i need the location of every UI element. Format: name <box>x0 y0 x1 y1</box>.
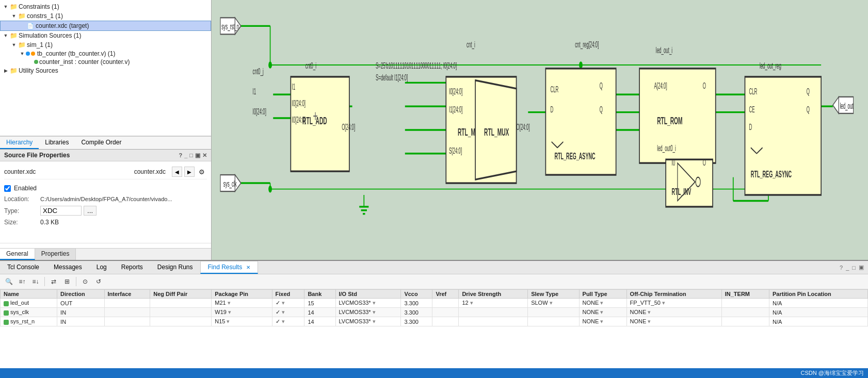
sfp-tab-general[interactable]: General <box>0 249 35 260</box>
cell-io-std: LVCMOS33* ▾ <box>335 308 401 317</box>
tab-log[interactable]: Log <box>89 261 114 274</box>
sfp-restore-icon[interactable]: □ <box>189 152 193 158</box>
tree-utility-sources[interactable]: ▶ 📁 Utility Sources <box>0 66 211 75</box>
fixed-dropdown[interactable]: ▾ <box>280 300 285 306</box>
cell-package-pin: W19 ▾ <box>212 308 272 317</box>
sfp-gear-btn[interactable]: ⚙ <box>197 167 207 177</box>
cell-partition: N/A <box>769 308 868 317</box>
package-pin-dropdown[interactable]: ▾ <box>226 300 231 306</box>
io-std-dropdown[interactable]: ▾ <box>371 300 376 306</box>
svg-text:led_out_reg: led_out_reg <box>760 61 781 71</box>
drive-strength-dropdown[interactable]: ▾ <box>469 300 473 306</box>
counter-inst-label: counter_inst : counter (counter.v) <box>39 58 130 65</box>
tree-sim1[interactable]: ▼ 📁 sim_1 (1) <box>0 40 211 50</box>
sfp-section: Source File Properties ? _ □ ▣ ✕ counter… <box>0 149 211 260</box>
bottom-help-icon[interactable]: ? <box>840 265 843 271</box>
package-pin-dropdown[interactable]: ▾ <box>227 309 231 315</box>
bottom-maximize-icon[interactable]: ▣ <box>859 264 864 271</box>
cell-interface <box>104 299 150 308</box>
col-off-chip: Off-Chip Termination <box>626 290 721 299</box>
svg-text:S[24:0]: S[24:0] <box>449 146 462 156</box>
svg-text:CLR: CLR <box>749 87 757 96</box>
io-std-dropdown[interactable]: ▾ <box>371 309 376 315</box>
bottom-restore-icon[interactable]: □ <box>852 265 856 271</box>
sfp-maximize-icon[interactable]: ▣ <box>195 152 200 159</box>
svg-point-30 <box>579 61 583 69</box>
sfp-close-icon[interactable]: ✕ <box>202 152 207 159</box>
cell-in-term <box>721 299 769 308</box>
schematic-area[interactable]: sys_rst_n sys_clk led_out RTL_ADD + I1 I… <box>212 0 868 260</box>
table-row[interactable]: sys_rst_nINN15 ▾✓ ▾14LVCMOS33* ▾3.300NON… <box>1 317 868 326</box>
package-pin-dropdown[interactable]: ▾ <box>225 318 230 324</box>
tab-reports[interactable]: Reports <box>114 261 150 274</box>
table-row[interactable]: led_outOUTM21 ▾✓ ▾15LVCMOS33* ▾3.30012 ▾… <box>1 299 868 308</box>
sfp-help-icon[interactable]: ? <box>179 152 182 158</box>
find-results-close[interactable]: ✕ <box>246 265 250 270</box>
sfp-scrollbar[interactable] <box>0 243 211 248</box>
tree-constrs1[interactable]: ▼ 📁 constrs_1 (1) <box>0 11 211 21</box>
tab-find-results[interactable]: Find Results ✕ <box>200 261 258 274</box>
svg-text:I0[24:0]: I0[24:0] <box>253 107 266 117</box>
cell-neg-diff <box>150 299 212 308</box>
bottom-tab-list: Tcl Console Messages Log Reports Design … <box>0 261 258 274</box>
swap-btn[interactable]: ⇄ <box>48 276 59 287</box>
tab-libraries[interactable]: Libraries <box>39 137 75 149</box>
cell-pull-type: NONE ▾ <box>579 317 626 326</box>
tree-tb-counter[interactable]: ▼ tb_counter (tb_counter.v) (1) <box>0 50 211 58</box>
cell-vref <box>432 308 459 317</box>
fixed-dropdown[interactable]: ▾ <box>280 318 285 324</box>
tab-compile-order[interactable]: Compile Order <box>75 137 127 149</box>
cell-vref <box>432 299 459 308</box>
grid-btn[interactable]: ⊞ <box>61 276 73 287</box>
toggle-xdc <box>19 22 26 29</box>
search-btn[interactable]: 🔍 <box>3 276 14 287</box>
svg-text:+: + <box>313 107 317 125</box>
sfp-type-input[interactable] <box>40 206 82 216</box>
toggle-tb-counter[interactable]: ▼ <box>19 50 26 57</box>
sfp-back-btn[interactable]: ◀ <box>172 167 182 177</box>
bottom-minimize-icon[interactable]: _ <box>846 265 849 271</box>
tree-sim-sources[interactable]: ▼ 📁 Simulation Sources (1) <box>0 31 211 40</box>
sfp-enabled-checkbox[interactable] <box>4 185 11 192</box>
filter-up-btn[interactable]: ≡↑ <box>17 276 28 287</box>
toggle-sim-sources[interactable]: ▼ <box>2 32 9 39</box>
target-btn[interactable]: ⊙ <box>79 276 91 287</box>
sfp-dots-btn[interactable]: ... <box>84 206 97 216</box>
slew-type-dropdown[interactable]: ▾ <box>548 300 553 306</box>
tree-constraints[interactable]: ▼ 📁 Constraints (1) <box>0 2 211 11</box>
sfp-location-label: Location: <box>4 195 40 203</box>
sfp-forward-btn[interactable]: ▶ <box>184 167 195 177</box>
col-direction: Direction <box>57 290 104 299</box>
fixed-dropdown[interactable]: ▾ <box>280 309 285 315</box>
off-chip-dropdown[interactable]: ▾ <box>646 309 651 315</box>
cell-slew-type: SLOW ▾ <box>528 299 579 308</box>
filter-down-btn[interactable]: ≡↓ <box>30 276 41 287</box>
tree-counter-inst[interactable]: counter_inst : counter (counter.v) <box>0 58 211 66</box>
table-row[interactable]: sys_clkINW19 ▾✓ ▾14LVCMOS33* ▾3.300NONE … <box>1 308 868 317</box>
off-chip-dropdown[interactable]: ▾ <box>661 300 665 306</box>
svg-text:sys_clk: sys_clk <box>223 179 237 189</box>
toggle-constraints[interactable]: ▼ <box>2 3 9 10</box>
svg-text:I1: I1 <box>253 87 256 96</box>
tree-counter-xdc[interactable]: 📄 counter.xdc (target) <box>0 21 211 31</box>
tab-design-runs[interactable]: Design Runs <box>150 261 200 274</box>
pull-type-dropdown[interactable]: ▾ <box>599 300 603 306</box>
toggle-sim1[interactable]: ▼ <box>10 41 18 48</box>
cell-vcco: 3.300 <box>401 308 432 317</box>
sfp-location-row: Location: C:/Users/admin/Desktop/FPGA_A7… <box>4 194 207 204</box>
off-chip-dropdown[interactable]: ▾ <box>646 318 651 324</box>
tab-tcl-console[interactable]: Tcl Console <box>0 261 46 274</box>
tb-counter-label: tb_counter (tb_counter.v) (1) <box>37 50 115 57</box>
tab-hierarchy[interactable]: Hierarchy <box>0 137 39 149</box>
svg-text:cnt0_j: cnt0_j <box>253 67 264 76</box>
toggle-constrs1[interactable]: ▼ <box>10 12 18 20</box>
toggle-utility[interactable]: ▶ <box>2 67 9 74</box>
tab-messages[interactable]: Messages <box>46 261 89 274</box>
sfp-tab-properties[interactable]: Properties <box>35 249 76 260</box>
cell-package-pin: M21 ▾ <box>212 299 272 308</box>
pull-type-dropdown[interactable]: ▾ <box>599 318 603 324</box>
pull-type-dropdown[interactable]: ▾ <box>599 309 603 315</box>
refresh-btn[interactable]: ↺ <box>93 276 104 287</box>
sfp-minimize-icon[interactable]: _ <box>184 152 187 158</box>
io-std-dropdown[interactable]: ▾ <box>371 318 376 324</box>
